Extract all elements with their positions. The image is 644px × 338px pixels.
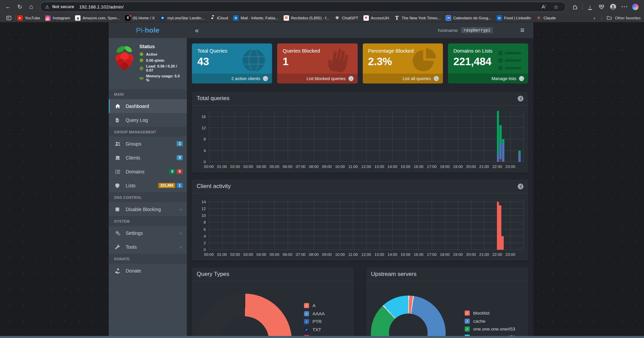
sidebar-item-groups[interactable]: Groups1 (109, 137, 187, 151)
bookmark-accessuh[interactable]: ✶AccessUH (363, 15, 389, 21)
chart-bar (497, 199, 499, 250)
sidebar-item-lists[interactable]: Lists221,4841 (109, 179, 187, 192)
page-viewport: Pi-hole « hostname: raspberrypi ≡ (0, 22, 644, 338)
sidebar-item-label: Query Log (126, 117, 183, 123)
bookmark-lonestar[interactable]: ★myLoneStar Landin... (160, 15, 204, 21)
sidebar-item-label: Settings (126, 230, 177, 236)
favorite-star-icon[interactable]: ☆ (551, 4, 561, 10)
sidebar-collapse-button[interactable]: « (187, 26, 207, 34)
legend-checkbox[interactable]: ✓ (304, 319, 309, 324)
legend-checkbox[interactable]: ✓ (465, 311, 470, 316)
back-icon[interactable]: ← (3, 2, 14, 12)
info-icon[interactable]: i (518, 96, 523, 101)
box-title-client-activity: Client activity (197, 183, 231, 190)
downloads-icon[interactable]: ↓ (585, 2, 595, 12)
bookmark-nyt[interactable]: TThe New York Times... (394, 15, 441, 21)
card-footer-link[interactable]: 2 active clients→ (192, 74, 272, 83)
sidebar-item-dashboard[interactable]: Dashboard (109, 99, 187, 113)
arrow-circle-icon: → (263, 76, 268, 81)
legend-checkbox[interactable]: ✓ (465, 319, 470, 324)
bookmarks-list: ▶YouTube◎InstagramaAmazon.com. Spen...X(… (17, 15, 588, 21)
y-axis-tick: 8 (204, 220, 206, 224)
bookmark-chatgpt[interactable]: ❋ChatGPT (335, 15, 358, 21)
sidebar-item-clients[interactable]: Clients0 (109, 151, 187, 165)
y-axis-tick: 14 (201, 200, 206, 204)
arrow-circle-icon: → (434, 76, 439, 81)
x-axis-tick: 00:00 (204, 165, 214, 169)
bookmark-label: Instagram (53, 16, 70, 20)
donate-icon (115, 268, 121, 274)
sidebar-menu: MAINDashboardQuery LogGROUP MANAGEMENTGr… (109, 89, 187, 278)
settings-menu-icon[interactable]: ··· (619, 2, 630, 12)
hostname-value: raspberrypi (461, 27, 493, 33)
bookmark-gcal[interactable]: 30Calendario de Goog... (446, 15, 491, 21)
card-total-queries: Total Queries432 active clients→ (192, 43, 272, 83)
outlook-icon: o (233, 15, 238, 21)
legend-item[interactable]: ✓blocklist (465, 311, 515, 316)
copilot-icon[interactable] (632, 4, 639, 10)
card-footer-link[interactable]: List all queries→ (363, 74, 443, 83)
profile-avatar[interactable] (608, 2, 619, 12)
bookmark-linkedin[interactable]: inFeed | LinkedIn (497, 15, 531, 21)
browser-essentials-icon[interactable] (596, 2, 607, 12)
x-axis-tick: 13:00 (374, 252, 384, 257)
legend-item[interactable]: ✓cache (465, 319, 515, 324)
bookmark-instagram[interactable]: ◎Instagram (45, 15, 70, 21)
memory-icon (139, 76, 144, 80)
bookmark-outlook[interactable]: oMail - Infante, Fabia... (233, 15, 278, 21)
shield-icon (115, 183, 121, 188)
sidebar-item-donate[interactable]: Donate (109, 264, 187, 278)
other-favorites-label[interactable]: Other favorites (615, 16, 641, 20)
bookmark-youtube[interactable]: ▶YouTube (17, 15, 40, 21)
x-axis-tick: 20:00 (466, 165, 476, 169)
bookmark-gmail[interactable]: MRecibidos (5,855) - f... (284, 15, 329, 21)
x-axis-tick: 01:00 (217, 252, 227, 257)
bookmark-apple[interactable]: iCloud (210, 15, 228, 21)
client-activity-box: Client activity i 0246810121400:0001:000… (192, 180, 528, 261)
query-types-legend: ✓A✓AAAA✓PTR✓TXT✓SVCB (304, 303, 325, 338)
y-axis-tick: 12 (201, 126, 206, 130)
bookmark-label: (6) Home / X (132, 16, 155, 20)
x-axis-tick: 10:00 (335, 252, 345, 257)
card-footer-link[interactable]: Manage lists→ (448, 74, 528, 83)
legend-item[interactable]: ✓one.one.one.one#53 (465, 326, 515, 332)
tab-actions-icon[interactable] (3, 14, 14, 22)
apple-icon (210, 15, 215, 21)
sidebar-item-domains[interactable]: Domains00 (109, 165, 187, 179)
extensions-icon[interactable] (569, 2, 580, 12)
legend-checkbox[interactable]: ✓ (304, 311, 309, 316)
x-axis-tick: 18:00 (440, 252, 450, 257)
status-line: Memory usage: 5.0 % (139, 74, 183, 82)
legend-checkbox[interactable]: ✓ (304, 327, 309, 332)
address-bar[interactable]: ⚠ Not secure 192.168.1.102/admin/ A) ☆ (40, 2, 566, 12)
legend-checkbox[interactable]: ✓ (465, 326, 470, 332)
sidebar-item-label: Disable Blocking (126, 207, 177, 212)
x-axis-tick: 09:00 (322, 165, 332, 169)
read-aloud-icon[interactable]: A) (539, 4, 548, 10)
x-axis-tick: 16:00 (414, 165, 424, 169)
bookmark-claude[interactable]: ✳Claude (536, 15, 556, 21)
bookmarks-overflow-chevron[interactable]: › (592, 15, 597, 21)
client-activity-chart: 0246810121400:0001:0002:0003:0004:0005:0… (192, 193, 528, 261)
home-icon[interactable]: ⌂ (26, 2, 37, 12)
legend-item[interactable]: ✓PTR (304, 319, 325, 324)
sidebar-item-settings[interactable]: Settings‹ (109, 226, 187, 240)
sidebar-item-query-log[interactable]: Query Log (109, 113, 187, 127)
legend-item[interactable]: ✓A (304, 303, 325, 308)
card-footer-link[interactable]: List blocked queries→ (277, 74, 357, 83)
refresh-icon[interactable]: ↻ (14, 2, 25, 12)
bookmark-amazon[interactable]: aAmazon.com. Spen... (75, 15, 120, 21)
card-value: 221,484 (448, 54, 528, 68)
legend-item[interactable]: ✓TXT (304, 327, 325, 332)
sidebar-item-disable-blocking[interactable]: Disable Blocking‹ (109, 202, 187, 216)
bookmark-x[interactable]: X(6) Home / X (125, 15, 155, 21)
legend-item[interactable]: ✓AAAA (304, 311, 325, 316)
youtube-icon: ▶ (17, 15, 23, 21)
legend-checkbox[interactable]: ✓ (304, 303, 309, 308)
x-axis-tick: 04:00 (256, 252, 266, 257)
file-icon (115, 117, 121, 123)
hamburger-menu-icon[interactable]: ≡ (512, 26, 533, 34)
info-icon[interactable]: i (518, 184, 523, 189)
sidebar-item-tools[interactable]: Tools‹ (109, 240, 187, 254)
browser-toolbar: ← ↻ ⌂ ⚠ Not secure 192.168.1.102/admin/ … (0, 0, 644, 14)
